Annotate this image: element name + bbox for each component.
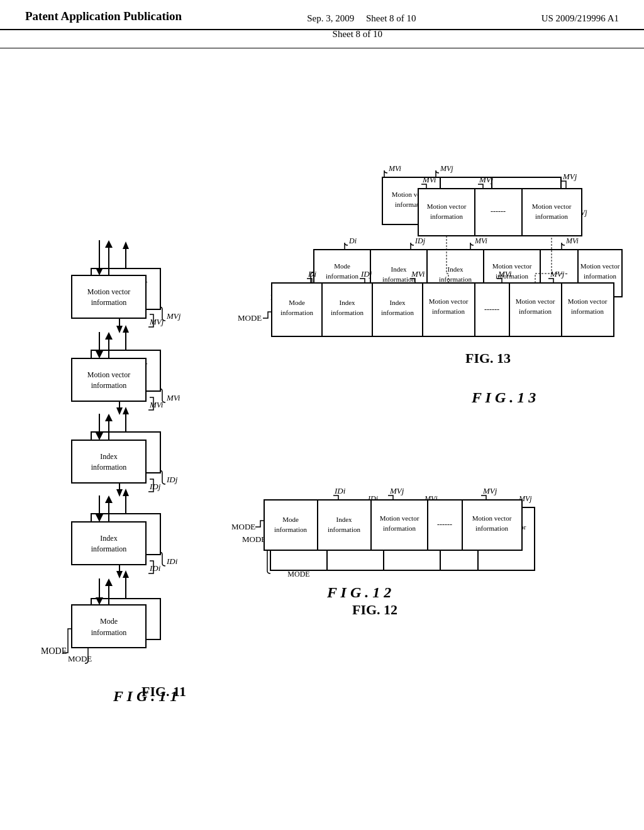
svg-text:Motion vector: Motion vector bbox=[516, 297, 555, 305]
patent-number: US 2009/219996 A1 bbox=[541, 13, 619, 24]
svg-text:information: information bbox=[91, 298, 127, 307]
pub-date: Sep. 3, 2009 bbox=[307, 13, 354, 23]
publication-title: Patent Application Publication bbox=[25, 9, 182, 24]
svg-text:------: ------ bbox=[437, 520, 452, 529]
svg-rect-139 bbox=[318, 500, 371, 550]
svg-text:MVj: MVj bbox=[482, 486, 497, 495]
svg-text:information: information bbox=[519, 307, 552, 315]
svg-text:MODE: MODE bbox=[238, 313, 262, 323]
svg-rect-110 bbox=[72, 440, 146, 483]
svg-text:Index: Index bbox=[100, 534, 117, 543]
svg-text:Motion vector: Motion vector bbox=[429, 297, 469, 305]
svg-text:Index: Index bbox=[339, 299, 355, 306]
svg-text:information: information bbox=[91, 463, 127, 472]
svg-text:IDi: IDi bbox=[149, 563, 161, 573]
svg-text:information: information bbox=[383, 524, 416, 532]
svg-text:IDj: IDj bbox=[360, 269, 372, 279]
svg-text:MVj: MVj bbox=[562, 172, 577, 181]
svg-marker-130 bbox=[105, 240, 113, 248]
svg-text:MVi: MVi bbox=[411, 269, 425, 279]
svg-text:information: information bbox=[91, 381, 127, 390]
svg-text:Mode: Mode bbox=[100, 617, 118, 626]
svg-rect-126 bbox=[72, 275, 146, 318]
svg-text:MODE: MODE bbox=[231, 522, 255, 531]
svg-text:information: information bbox=[91, 545, 127, 553]
svg-marker-132 bbox=[96, 268, 103, 275]
svg-text:information: information bbox=[280, 309, 313, 316]
svg-text:Di: Di bbox=[308, 269, 316, 279]
svg-text:IDj: IDj bbox=[149, 482, 161, 491]
svg-text:information: information bbox=[91, 628, 127, 637]
svg-marker-108 bbox=[96, 514, 103, 522]
svg-text:information: information bbox=[571, 307, 604, 315]
svg-text:information: information bbox=[274, 526, 307, 533]
svg-text:MVj: MVj bbox=[389, 486, 404, 495]
svg-marker-106 bbox=[105, 495, 113, 503]
svg-rect-94 bbox=[72, 605, 146, 648]
header-bar: Patent Application Publication Sep. 3, 2… bbox=[0, 0, 644, 30]
svg-text:information: information bbox=[331, 309, 364, 316]
svg-text:Motion vector: Motion vector bbox=[380, 514, 419, 522]
diagrams-overlay: MODE Mode information IDi Index informat… bbox=[0, 50, 644, 830]
svg-text:Motion vector: Motion vector bbox=[87, 287, 130, 296]
svg-text:Motion vector: Motion vector bbox=[568, 297, 608, 305]
svg-marker-124 bbox=[96, 351, 103, 358]
svg-text:MVj: MVj bbox=[149, 317, 164, 326]
svg-text:information: information bbox=[432, 307, 465, 315]
header-middle: Sep. 3, 2009 Sheet 8 of 10 bbox=[307, 13, 416, 24]
svg-marker-114 bbox=[105, 414, 113, 421]
svg-rect-135 bbox=[264, 500, 318, 550]
svg-marker-116 bbox=[96, 433, 103, 440]
svg-text:information: information bbox=[535, 213, 568, 220]
svg-text:Index: Index bbox=[100, 452, 117, 461]
svg-text:MVi: MVi bbox=[422, 175, 436, 184]
svg-text:MVi: MVi bbox=[497, 269, 512, 279]
svg-text:------: ------ bbox=[484, 305, 499, 314]
svg-text:Motion vector: Motion vector bbox=[427, 202, 467, 210]
svg-text:Motion vector: Motion vector bbox=[87, 370, 130, 379]
svg-text:Motion vector: Motion vector bbox=[472, 514, 512, 522]
svg-text:information: information bbox=[430, 213, 463, 220]
svg-text:information: information bbox=[381, 309, 414, 316]
svg-text:information: information bbox=[475, 524, 508, 532]
svg-rect-102 bbox=[72, 522, 146, 565]
svg-text:Mode: Mode bbox=[289, 299, 305, 306]
svg-rect-118 bbox=[72, 358, 146, 401]
svg-text:Motion vector: Motion vector bbox=[532, 202, 572, 210]
svg-text:F I G .  1 1: F I G . 1 1 bbox=[113, 688, 177, 704]
svg-text:Index: Index bbox=[389, 299, 406, 306]
svg-marker-100 bbox=[96, 597, 103, 605]
svg-text:MODE: MODE bbox=[41, 646, 67, 656]
svg-text:IDi: IDi bbox=[334, 486, 346, 495]
svg-marker-98 bbox=[105, 578, 113, 586]
svg-text:Mode: Mode bbox=[282, 516, 299, 523]
sheet-info: Sheet 8 of 10 bbox=[366, 13, 416, 23]
svg-marker-122 bbox=[105, 332, 113, 340]
svg-text:MVj: MVj bbox=[550, 269, 565, 279]
svg-text:F I G .  1 2: F I G . 1 2 bbox=[326, 584, 391, 600]
svg-text:information: information bbox=[328, 526, 360, 533]
svg-text:------: ------ bbox=[491, 207, 506, 216]
svg-text:Index: Index bbox=[336, 516, 352, 523]
svg-text:MVj: MVj bbox=[479, 175, 494, 184]
svg-text:F I G .  1 3: F I G . 1 3 bbox=[471, 389, 536, 406]
svg-text:MVi: MVi bbox=[149, 400, 164, 409]
